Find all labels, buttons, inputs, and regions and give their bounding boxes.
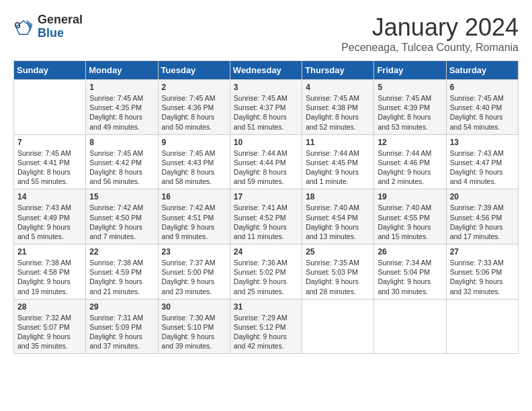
- day-number: 3: [234, 83, 298, 92]
- calendar-cell: 3Sunrise: 7:45 AM Sunset: 4:37 PM Daylig…: [230, 80, 302, 135]
- cell-content: Sunrise: 7:35 AM Sunset: 5:03 PM Dayligh…: [306, 258, 370, 296]
- calendar-cell: 7Sunrise: 7:45 AM Sunset: 4:41 PM Daylig…: [14, 134, 86, 189]
- logo-blue: Blue: [38, 27, 83, 40]
- weekday-row: SundayMondayTuesdayWednesdayThursdayFrid…: [14, 61, 519, 80]
- calendar-cell: 10Sunrise: 7:44 AM Sunset: 4:44 PM Dayli…: [230, 134, 302, 189]
- calendar-cell: [374, 299, 446, 354]
- calendar-cell: 31Sunrise: 7:29 AM Sunset: 5:12 PM Dayli…: [230, 299, 302, 354]
- calendar-cell: 19Sunrise: 7:40 AM Sunset: 4:55 PM Dayli…: [374, 189, 446, 244]
- weekday-header-friday: Friday: [374, 61, 446, 80]
- logo-icon: G: [13, 17, 34, 37]
- calendar-body: 1Sunrise: 7:45 AM Sunset: 4:35 PM Daylig…: [14, 80, 519, 354]
- cell-content: Sunrise: 7:44 AM Sunset: 4:44 PM Dayligh…: [234, 148, 298, 187]
- calendar-cell: 13Sunrise: 7:43 AM Sunset: 4:47 PM Dayli…: [446, 134, 518, 189]
- day-number: 6: [450, 83, 515, 92]
- day-number: 30: [162, 302, 226, 312]
- cell-content: Sunrise: 7:33 AM Sunset: 5:06 PM Dayligh…: [450, 258, 515, 296]
- cell-content: Sunrise: 7:34 AM Sunset: 5:04 PM Dayligh…: [378, 258, 442, 296]
- calendar-cell: 25Sunrise: 7:35 AM Sunset: 5:03 PM Dayli…: [302, 244, 374, 300]
- day-number: 5: [378, 83, 442, 92]
- calendar-cell: 1Sunrise: 7:45 AM Sunset: 4:35 PM Daylig…: [86, 80, 158, 135]
- calendar-week-5: 28Sunrise: 7:32 AM Sunset: 5:07 PM Dayli…: [14, 299, 519, 354]
- day-number: 9: [162, 138, 226, 147]
- day-number: 26: [378, 247, 442, 257]
- day-number: 22: [89, 247, 154, 257]
- day-number: 11: [306, 138, 370, 147]
- cell-content: Sunrise: 7:43 AM Sunset: 4:47 PM Dayligh…: [450, 148, 515, 187]
- calendar-cell: 12Sunrise: 7:44 AM Sunset: 4:46 PM Dayli…: [374, 134, 446, 189]
- weekday-header-saturday: Saturday: [446, 61, 518, 80]
- cell-content: Sunrise: 7:42 AM Sunset: 4:51 PM Dayligh…: [162, 203, 226, 241]
- calendar-table: SundayMondayTuesdayWednesdayThursdayFrid…: [13, 60, 519, 354]
- calendar-title: January 2024: [341, 13, 519, 42]
- day-number: 16: [162, 192, 226, 201]
- calendar-cell: 2Sunrise: 7:45 AM Sunset: 4:36 PM Daylig…: [158, 80, 230, 135]
- day-number: 13: [450, 138, 515, 147]
- calendar-cell: 28Sunrise: 7:32 AM Sunset: 5:07 PM Dayli…: [14, 299, 86, 354]
- cell-content: Sunrise: 7:38 AM Sunset: 4:59 PM Dayligh…: [89, 258, 154, 296]
- calendar-week-4: 21Sunrise: 7:38 AM Sunset: 4:58 PM Dayli…: [14, 244, 519, 300]
- day-number: 18: [306, 192, 370, 201]
- weekday-header-sunday: Sunday: [14, 61, 86, 80]
- calendar-cell: 30Sunrise: 7:30 AM Sunset: 5:10 PM Dayli…: [158, 299, 230, 354]
- calendar-cell: 20Sunrise: 7:39 AM Sunset: 4:56 PM Dayli…: [446, 189, 518, 244]
- day-number: 24: [234, 247, 298, 257]
- cell-content: Sunrise: 7:42 AM Sunset: 4:50 PM Dayligh…: [89, 203, 154, 241]
- calendar-cell: 29Sunrise: 7:31 AM Sunset: 5:09 PM Dayli…: [86, 299, 158, 354]
- calendar-week-1: 1Sunrise: 7:45 AM Sunset: 4:35 PM Daylig…: [14, 80, 519, 135]
- calendar-cell: 16Sunrise: 7:42 AM Sunset: 4:51 PM Dayli…: [158, 189, 230, 244]
- day-number: 8: [89, 138, 154, 147]
- day-number: 4: [306, 83, 370, 92]
- cell-content: Sunrise: 7:40 AM Sunset: 4:54 PM Dayligh…: [306, 203, 370, 241]
- cell-content: Sunrise: 7:45 AM Sunset: 4:37 PM Dayligh…: [234, 93, 298, 132]
- day-number: 20: [450, 192, 515, 201]
- day-number: 1: [89, 83, 154, 92]
- cell-content: Sunrise: 7:45 AM Sunset: 4:39 PM Dayligh…: [378, 93, 442, 132]
- cell-content: Sunrise: 7:45 AM Sunset: 4:36 PM Dayligh…: [162, 93, 226, 132]
- cell-content: Sunrise: 7:31 AM Sunset: 5:09 PM Dayligh…: [89, 313, 154, 351]
- day-number: 19: [378, 192, 442, 201]
- calendar-cell: 17Sunrise: 7:41 AM Sunset: 4:52 PM Dayli…: [230, 189, 302, 244]
- day-number: 21: [17, 247, 82, 257]
- weekday-header-wednesday: Wednesday: [230, 61, 302, 80]
- cell-content: Sunrise: 7:44 AM Sunset: 4:46 PM Dayligh…: [378, 148, 442, 187]
- cell-content: Sunrise: 7:32 AM Sunset: 5:07 PM Dayligh…: [17, 313, 82, 351]
- cell-content: Sunrise: 7:45 AM Sunset: 4:42 PM Dayligh…: [89, 148, 154, 187]
- logo-general: General: [38, 13, 83, 27]
- calendar-cell: [14, 80, 86, 135]
- calendar-cell: 8Sunrise: 7:45 AM Sunset: 4:42 PM Daylig…: [86, 134, 158, 189]
- cell-content: Sunrise: 7:40 AM Sunset: 4:55 PM Dayligh…: [378, 203, 442, 241]
- cell-content: Sunrise: 7:29 AM Sunset: 5:12 PM Dayligh…: [234, 313, 298, 351]
- calendar-cell: 4Sunrise: 7:45 AM Sunset: 4:38 PM Daylig…: [302, 80, 374, 135]
- day-number: 2: [162, 83, 226, 92]
- cell-content: Sunrise: 7:45 AM Sunset: 4:41 PM Dayligh…: [17, 148, 82, 187]
- cell-content: Sunrise: 7:36 AM Sunset: 5:02 PM Dayligh…: [234, 258, 298, 296]
- cell-content: Sunrise: 7:45 AM Sunset: 4:38 PM Dayligh…: [306, 93, 370, 132]
- calendar-cell: 5Sunrise: 7:45 AM Sunset: 4:39 PM Daylig…: [374, 80, 446, 135]
- page-header: G General Blue January 2024 Peceneaga, T…: [13, 13, 519, 54]
- calendar-cell: [446, 299, 518, 354]
- cell-content: Sunrise: 7:44 AM Sunset: 4:45 PM Dayligh…: [306, 148, 370, 187]
- calendar-cell: 6Sunrise: 7:45 AM Sunset: 4:40 PM Daylig…: [446, 80, 518, 135]
- calendar-cell: 24Sunrise: 7:36 AM Sunset: 5:02 PM Dayli…: [230, 244, 302, 300]
- weekday-header-thursday: Thursday: [302, 61, 374, 80]
- calendar-cell: 26Sunrise: 7:34 AM Sunset: 5:04 PM Dayli…: [374, 244, 446, 300]
- cell-content: Sunrise: 7:30 AM Sunset: 5:10 PM Dayligh…: [162, 313, 226, 351]
- calendar-cell: 15Sunrise: 7:42 AM Sunset: 4:50 PM Dayli…: [86, 189, 158, 244]
- cell-content: Sunrise: 7:45 AM Sunset: 4:35 PM Dayligh…: [89, 93, 154, 132]
- day-number: 10: [234, 138, 298, 147]
- calendar-cell: 22Sunrise: 7:38 AM Sunset: 4:59 PM Dayli…: [86, 244, 158, 300]
- day-number: 25: [306, 247, 370, 257]
- day-number: 17: [234, 192, 298, 201]
- day-number: 28: [17, 302, 82, 312]
- day-number: 12: [378, 138, 442, 147]
- calendar-cell: 21Sunrise: 7:38 AM Sunset: 4:58 PM Dayli…: [14, 244, 86, 300]
- calendar-cell: 11Sunrise: 7:44 AM Sunset: 4:45 PM Dayli…: [302, 134, 374, 189]
- day-number: 29: [89, 302, 154, 312]
- day-number: 31: [234, 302, 298, 312]
- calendar-cell: [302, 299, 374, 354]
- cell-content: Sunrise: 7:38 AM Sunset: 4:58 PM Dayligh…: [17, 258, 82, 296]
- cell-content: Sunrise: 7:37 AM Sunset: 5:00 PM Dayligh…: [162, 258, 226, 296]
- day-number: 7: [17, 138, 82, 147]
- calendar-subtitle: Peceneaga, Tulcea County, Romania: [341, 42, 519, 54]
